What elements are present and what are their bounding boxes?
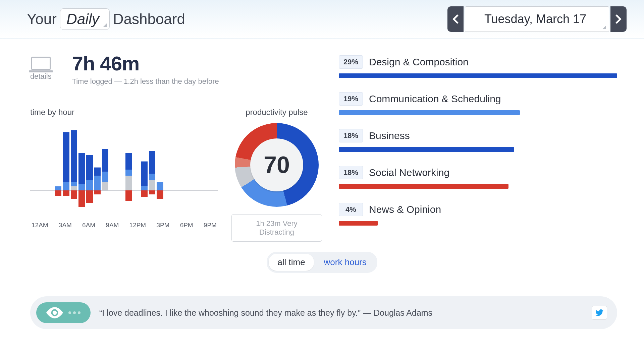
hour-bar[interactable] bbox=[78, 123, 85, 217]
category-bar bbox=[339, 110, 520, 115]
hour-bar[interactable] bbox=[32, 123, 38, 217]
category-bar bbox=[339, 73, 617, 78]
chevron-right-icon bbox=[615, 14, 622, 24]
dropdown-triangle-icon bbox=[103, 23, 107, 27]
date-display[interactable]: Tuesday, March 17 bbox=[465, 6, 609, 32]
pulse-score: 70 bbox=[250, 138, 303, 191]
title-suffix: Dashboard bbox=[113, 11, 185, 27]
category-pct: 4% bbox=[339, 203, 363, 216]
title-prefix: Your bbox=[27, 11, 57, 27]
category-label: Business bbox=[369, 130, 410, 141]
date-value: Tuesday, March 17 bbox=[484, 12, 586, 26]
main-content: details 7h 46m Time logged — 1.2h less t… bbox=[0, 39, 644, 242]
divider bbox=[62, 54, 62, 91]
device-label: details bbox=[30, 72, 52, 81]
category-row[interactable]: 19% Communication & Scheduling bbox=[339, 92, 617, 115]
hour-bar[interactable] bbox=[125, 123, 132, 217]
category-row[interactable]: 18% Social Networking bbox=[339, 166, 617, 189]
device-details-button[interactable]: details bbox=[30, 52, 52, 81]
chevron-left-icon bbox=[452, 14, 459, 24]
hour-bar[interactable] bbox=[71, 123, 77, 217]
date-navigator: Tuesday, March 17 bbox=[447, 6, 627, 32]
period-value: Daily bbox=[66, 11, 99, 27]
category-label: Social Networking bbox=[369, 167, 449, 178]
tweet-button[interactable] bbox=[592, 306, 607, 320]
x-axis-label: 9AM bbox=[106, 222, 119, 229]
pulse-donut-chart[interactable]: 70 bbox=[235, 123, 319, 207]
x-axis-label: 3AM bbox=[59, 222, 72, 229]
category-label: Design & Composition bbox=[369, 56, 469, 68]
chart-x-axis: 12AM3AM6AM9AM12PM3PM6PM9PM bbox=[30, 222, 218, 229]
header: Your Daily Dashboard Tuesday, March 17 bbox=[0, 0, 644, 39]
category-pct: 18% bbox=[339, 129, 363, 142]
category-bar bbox=[339, 184, 508, 189]
hour-bar[interactable] bbox=[141, 123, 148, 217]
hour-bar[interactable] bbox=[212, 123, 218, 217]
category-bar-track bbox=[339, 147, 617, 152]
x-axis-label: 6AM bbox=[82, 222, 95, 229]
period-selector[interactable]: Daily bbox=[60, 8, 110, 30]
x-axis-label: 12PM bbox=[129, 222, 146, 229]
quote-text: “I love deadlines. I like the whooshing … bbox=[99, 308, 583, 318]
more-dots-icon bbox=[68, 311, 80, 314]
hour-bar[interactable] bbox=[63, 123, 69, 217]
productivity-pulse-section: productivity pulse 70 1h 23m Very Distra… bbox=[231, 108, 322, 242]
hour-bar[interactable] bbox=[118, 123, 124, 217]
category-label: News & Opinion bbox=[369, 204, 441, 215]
hour-bar[interactable] bbox=[55, 123, 61, 217]
hour-bar[interactable] bbox=[188, 123, 195, 217]
total-time-subline: Time logged — 1.2h less than the day bef… bbox=[72, 77, 219, 86]
hour-bar[interactable] bbox=[204, 123, 210, 217]
charts-row: time by hour 12AM3AM6AM9AM12PM3PM6PM9PM … bbox=[30, 108, 322, 242]
next-day-button[interactable] bbox=[610, 6, 627, 32]
hour-bar[interactable] bbox=[196, 123, 202, 217]
hour-bar[interactable] bbox=[165, 123, 171, 217]
x-axis-label: 12AM bbox=[32, 222, 48, 229]
quote-bar: “I love deadlines. I like the whooshing … bbox=[30, 296, 617, 329]
hour-bar[interactable] bbox=[157, 123, 163, 217]
insights-badge[interactable] bbox=[36, 302, 91, 323]
dropdown-triangle-icon bbox=[603, 25, 606, 29]
category-bar-track bbox=[339, 73, 617, 78]
x-axis-label: 9PM bbox=[204, 222, 217, 229]
x-axis-label: 3PM bbox=[156, 222, 169, 229]
pulse-caption[interactable]: 1h 23m Very Distracting bbox=[231, 214, 322, 242]
category-breakdown: 29% Design & Composition 19% Communicati… bbox=[339, 52, 617, 242]
hour-bar[interactable] bbox=[172, 123, 179, 217]
pulse-title: productivity pulse bbox=[231, 108, 322, 117]
hour-bar[interactable] bbox=[110, 123, 116, 217]
category-row[interactable]: 4% News & Opinion bbox=[339, 203, 617, 226]
hour-bar[interactable] bbox=[47, 123, 54, 217]
category-bar bbox=[339, 221, 378, 226]
laptop-icon bbox=[31, 57, 51, 70]
category-pct: 18% bbox=[339, 166, 363, 179]
eye-icon bbox=[46, 307, 63, 318]
dashboard-title: Your Daily Dashboard bbox=[27, 8, 185, 30]
left-column: details 7h 46m Time logged — 1.2h less t… bbox=[30, 52, 322, 242]
category-row[interactable]: 29% Design & Composition bbox=[339, 55, 617, 78]
hour-bar[interactable] bbox=[149, 123, 155, 217]
time-by-hour-section: time by hour 12AM3AM6AM9AM12PM3PM6PM9PM bbox=[30, 108, 218, 242]
hour-bar[interactable] bbox=[180, 123, 186, 217]
category-row[interactable]: 18% Business bbox=[339, 129, 617, 152]
hour-bar[interactable] bbox=[133, 123, 140, 217]
category-bar-track bbox=[339, 110, 617, 115]
toggle-all-time[interactable]: all time bbox=[269, 254, 314, 271]
category-bar-track bbox=[339, 184, 617, 189]
category-bar bbox=[339, 147, 514, 152]
time-scope-toggle-row: all time work hours bbox=[0, 252, 644, 273]
hour-bar[interactable] bbox=[86, 123, 93, 217]
toggle-work-hours[interactable]: work hours bbox=[315, 254, 375, 271]
twitter-icon bbox=[595, 309, 603, 316]
hour-bar[interactable] bbox=[102, 123, 108, 217]
time-scope-toggle: all time work hours bbox=[267, 252, 377, 273]
category-bar-track bbox=[339, 221, 617, 226]
hour-bar[interactable] bbox=[39, 123, 46, 217]
prev-day-button[interactable] bbox=[447, 6, 464, 32]
time-by-hour-chart[interactable] bbox=[30, 123, 218, 217]
x-axis-label: 6PM bbox=[180, 222, 193, 229]
hour-bar[interactable] bbox=[94, 123, 101, 217]
category-label: Communication & Scheduling bbox=[369, 93, 501, 105]
category-pct: 19% bbox=[339, 92, 363, 106]
category-pct: 29% bbox=[339, 55, 363, 69]
